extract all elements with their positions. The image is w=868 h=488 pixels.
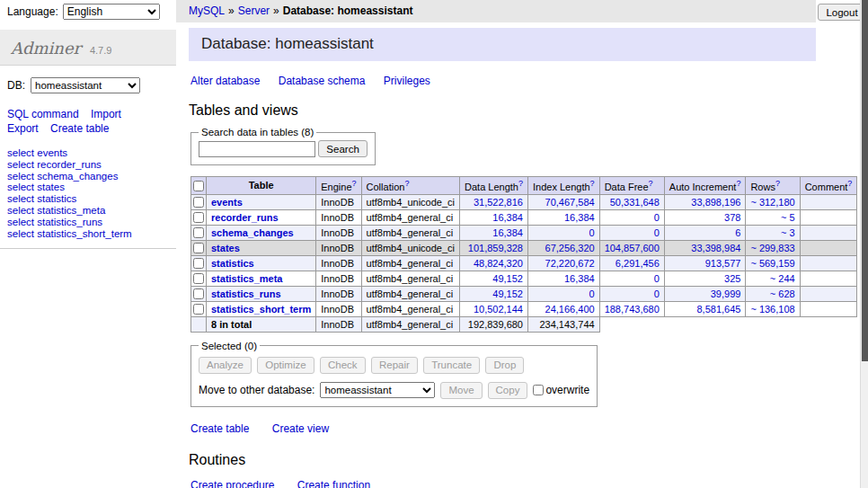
help-link[interactable]: ? <box>518 179 523 188</box>
data-length-link[interactable]: 16,384 <box>492 212 523 223</box>
rows-count-link[interactable]: ~ 569,159 <box>750 258 794 269</box>
optimize-button[interactable]: Optimize <box>257 357 314 374</box>
data-length-link[interactable]: 16,384 <box>492 227 523 238</box>
auto-increment-link[interactable]: 33,398,984 <box>691 243 740 253</box>
table-name-link[interactable]: statistics_runs <box>211 288 281 299</box>
auto-increment-link[interactable]: 39,999 <box>711 288 741 299</box>
auto-increment-link[interactable]: 378 <box>724 212 740 223</box>
sidebar-link-select-statistics-short-term[interactable]: select statistics_short_term <box>7 228 169 240</box>
data-free-link[interactable]: 104,857,600 <box>605 243 660 253</box>
sidebar-link-select-recorder-runs[interactable]: select recorder_runs <box>7 159 169 171</box>
truncate-button[interactable]: Truncate <box>423 357 480 374</box>
data-free-link[interactable]: 0 <box>654 273 660 284</box>
data-length-link[interactable]: 31,522,816 <box>474 197 523 208</box>
data-free-link[interactable]: 6,291,456 <box>616 258 660 269</box>
data-free-link[interactable]: 0 <box>654 288 660 299</box>
auto-increment-link[interactable]: 913,577 <box>705 258 741 269</box>
create-procedure-link[interactable]: Create procedure <box>190 479 274 488</box>
table-name-link[interactable]: events <box>211 197 243 208</box>
sidebar-link-select-schema-changes[interactable]: select schema_changes <box>7 171 169 182</box>
row-checkbox[interactable] <box>193 258 204 269</box>
sidebar-link-select-statistics-meta[interactable]: select statistics_meta <box>7 205 169 217</box>
export-link[interactable]: Export <box>7 122 39 135</box>
search-button[interactable]: Search <box>318 140 367 157</box>
db-select[interactable]: homeassistant <box>31 77 140 93</box>
privileges-link[interactable]: Privileges <box>384 75 430 87</box>
check-button[interactable]: Check <box>320 357 366 374</box>
create-view-link[interactable]: Create view <box>272 422 329 435</box>
analyze-button[interactable]: Analyze <box>199 357 252 374</box>
help-link[interactable]: ? <box>404 179 409 188</box>
repair-button[interactable]: Repair <box>371 357 418 374</box>
data-free-link[interactable]: 188,743,680 <box>605 304 660 315</box>
auto-increment-link[interactable]: 33,898,196 <box>691 197 740 208</box>
create-function-link[interactable]: Create function <box>297 479 370 488</box>
rows-count-link[interactable]: ~ 3 <box>781 227 795 238</box>
data-free-link[interactable]: 50,331,648 <box>610 197 660 208</box>
table-name-link[interactable]: schema_changes <box>211 227 294 238</box>
table-name-link[interactable]: statistics_short_term <box>211 304 311 315</box>
index-length-link[interactable]: 24,166,400 <box>545 304 595 315</box>
help-link[interactable]: ? <box>352 179 357 188</box>
sidebar-link-select-statistics[interactable]: select statistics <box>7 193 169 205</box>
sql-command-link[interactable]: SQL command <box>7 108 79 120</box>
alter-database-link[interactable]: Alter database <box>190 75 260 87</box>
select-all-checkbox[interactable] <box>193 181 204 191</box>
table-name-link[interactable]: recorder_runs <box>211 212 279 223</box>
row-checkbox[interactable] <box>193 243 204 253</box>
index-length-link[interactable]: 67,256,320 <box>545 243 595 253</box>
database-schema-link[interactable]: Database schema <box>279 75 366 87</box>
move-db-select[interactable]: homeassistant <box>320 382 435 398</box>
help-link[interactable]: ? <box>775 179 780 188</box>
rows-count-link[interactable]: ~ 312,180 <box>750 197 794 208</box>
table-name-link[interactable]: statistics_meta <box>211 273 283 284</box>
index-length-link[interactable]: 16,384 <box>564 212 595 223</box>
data-length-link[interactable]: 101,859,328 <box>468 243 523 253</box>
rows-count-link[interactable]: ~ 136,108 <box>750 304 794 315</box>
rows-count-link[interactable]: ~ 299,833 <box>750 243 794 253</box>
sidebar-link-select-events[interactable]: select events <box>7 147 169 159</box>
overwrite-checkbox[interactable] <box>533 385 544 395</box>
rows-count-link[interactable]: ~ 5 <box>781 212 795 223</box>
table-name-link[interactable]: states <box>211 243 240 253</box>
row-checkbox[interactable] <box>193 197 204 208</box>
auto-increment-link[interactable]: 6 <box>735 227 740 238</box>
table-name-link[interactable]: statistics <box>211 258 254 269</box>
help-link[interactable]: ? <box>590 179 595 188</box>
auto-increment-link[interactable]: 325 <box>724 273 740 284</box>
row-checkbox[interactable] <box>193 212 204 223</box>
help-link[interactable]: ? <box>847 179 852 188</box>
index-length-link[interactable]: 70,467,584 <box>545 197 595 208</box>
row-checkbox[interactable] <box>193 227 204 238</box>
rows-count-link[interactable]: ~ 244 <box>770 273 795 284</box>
breadcrumb-mysql-link[interactable]: MySQL <box>189 4 225 17</box>
search-input[interactable] <box>199 141 315 157</box>
breadcrumb-server-link[interactable]: Server <box>238 4 270 17</box>
auto-increment-link[interactable]: 8,581,645 <box>696 304 740 315</box>
rows-count-link[interactable]: ~ 628 <box>770 288 795 299</box>
index-length-link[interactable]: 0 <box>589 288 595 299</box>
row-checkbox[interactable] <box>193 304 204 315</box>
data-length-link[interactable]: 48,824,320 <box>474 258 523 269</box>
data-length-link[interactable]: 49,152 <box>492 288 523 299</box>
scrollbar-track[interactable] <box>860 0 868 488</box>
row-checkbox[interactable] <box>193 273 204 284</box>
index-length-link[interactable]: 16,384 <box>564 273 595 284</box>
index-length-link[interactable]: 0 <box>589 227 595 238</box>
help-link[interactable]: ? <box>736 179 740 188</box>
copy-button[interactable]: Copy <box>488 382 528 399</box>
sidebar-link-select-states[interactable]: select states <box>7 182 169 193</box>
data-free-link[interactable]: 0 <box>654 212 660 223</box>
create-table-link-main[interactable]: Create table <box>190 422 249 435</box>
scrollbar-thumb[interactable] <box>862 0 868 361</box>
create-table-link[interactable]: Create table <box>50 122 109 135</box>
data-length-link[interactable]: 49,152 <box>492 273 523 284</box>
drop-button[interactable]: Drop <box>485 357 524 374</box>
data-length-link[interactable]: 10,502,144 <box>474 304 523 315</box>
row-checkbox[interactable] <box>193 288 204 299</box>
data-free-link[interactable]: 0 <box>654 227 660 238</box>
import-link[interactable]: Import <box>91 108 121 120</box>
sidebar-link-select-statistics-runs[interactable]: select statistics_runs <box>7 217 169 228</box>
language-select[interactable]: English <box>63 4 160 20</box>
logout-button[interactable]: Logout <box>818 4 865 21</box>
